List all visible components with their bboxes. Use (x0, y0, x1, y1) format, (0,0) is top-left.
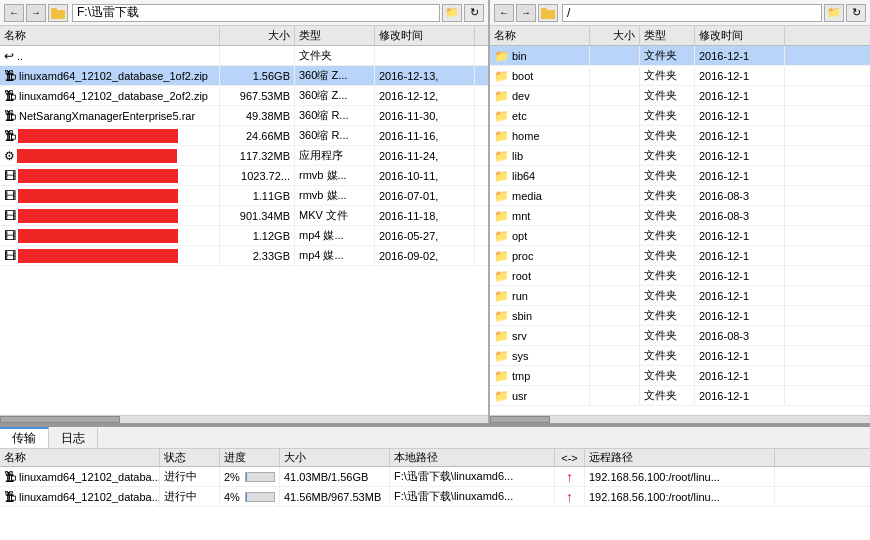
right-file-row[interactable]: lib64文件夹2016-12-1 (490, 166, 870, 186)
right-file-row[interactable]: mnt文件夹2016-08-3 (490, 206, 870, 226)
left-file-row[interactable]: 2.33GBmp4 媒...2016-09-02, (0, 246, 488, 266)
right-file-name: bin (490, 46, 590, 65)
left-file-row[interactable]: linuxamd64_12102_database_1of2.zip1.56GB… (0, 66, 488, 86)
progress-bar-fill (246, 493, 247, 501)
right-header-size[interactable]: 大小 (590, 26, 640, 45)
tab-transfer[interactable]: 传输 (0, 427, 49, 448)
left-path[interactable]: F:\迅雷下载 (72, 4, 440, 22)
t-header-size: 大小 (280, 449, 390, 466)
left-file-list[interactable]: ..文件夹linuxamd64_12102_database_1of2.zip1… (0, 46, 488, 415)
right-file-row[interactable]: root文件夹2016-12-1 (490, 266, 870, 286)
right-file-row[interactable]: srv文件夹2016-08-3 (490, 326, 870, 346)
left-file-row[interactable]: linuxamd64_12102_database_2of2.zip967.53… (0, 86, 488, 106)
left-header-type[interactable]: 类型 (295, 26, 375, 45)
right-file-name: media (490, 186, 590, 205)
left-scroll-thumb[interactable] (0, 416, 120, 423)
right-file-size (590, 86, 640, 105)
right-file-date: 2016-12-1 (695, 86, 785, 105)
right-file-name: dev (490, 86, 590, 105)
left-refresh-button[interactable]: ↻ (464, 4, 484, 22)
file-icon (494, 229, 509, 243)
right-hscrollbar[interactable] (490, 415, 870, 423)
transfer-progress: 4% (220, 487, 280, 506)
right-file-date: 2016-12-1 (695, 126, 785, 145)
right-header-name[interactable]: 名称 (490, 26, 590, 45)
right-path[interactable]: / (562, 4, 822, 22)
left-file-row[interactable]: ..文件夹 (0, 46, 488, 66)
svg-rect-1 (51, 8, 57, 11)
right-file-type: 文件夹 (640, 326, 695, 345)
right-file-row[interactable]: sys文件夹2016-12-1 (490, 346, 870, 366)
tab-log[interactable]: 日志 (49, 427, 98, 448)
t-header-arrow: <-> (555, 449, 585, 466)
right-header-date[interactable]: 修改时间 (695, 26, 785, 45)
right-back-button[interactable]: ← (494, 4, 514, 22)
file-name-text: NetSarangXmanagerEnterprise5.rar (19, 110, 195, 122)
right-file-row[interactable]: home文件夹2016-12-1 (490, 126, 870, 146)
left-header-name[interactable]: 名称 (0, 26, 220, 45)
right-file-row[interactable]: proc文件夹2016-12-1 (490, 246, 870, 266)
transfer-size: 41.56MB/967.53MB (280, 487, 390, 506)
file-icon (494, 89, 509, 103)
left-file-date: 2016-11-16, (375, 126, 475, 145)
t-header-remote: 远程路径 (585, 449, 775, 466)
right-file-row[interactable]: opt文件夹2016-12-1 (490, 226, 870, 246)
right-file-type: 文件夹 (640, 346, 695, 365)
right-file-size (590, 186, 640, 205)
right-file-row[interactable]: etc文件夹2016-12-1 (490, 106, 870, 126)
left-file-type: 文件夹 (295, 46, 375, 65)
right-scroll-thumb[interactable] (490, 416, 550, 423)
right-file-row[interactable]: boot文件夹2016-12-1 (490, 66, 870, 86)
left-header-date[interactable]: 修改时间 (375, 26, 475, 45)
right-file-type: 文件夹 (640, 226, 695, 245)
left-hscrollbar[interactable] (0, 415, 488, 423)
file-name-text: .. (17, 50, 23, 62)
right-file-row[interactable]: media文件夹2016-08-3 (490, 186, 870, 206)
left-file-date: 2016-11-24, (375, 146, 475, 165)
right-file-list[interactable]: bin文件夹2016-12-1boot文件夹2016-12-1dev文件夹201… (490, 46, 870, 415)
left-file-row[interactable]: 24.66MB360缩 R...2016-11-16, (0, 126, 488, 146)
transfer-row[interactable]: linuxamd64_12102_databa...进行中4%41.56MB/9… (0, 487, 870, 507)
right-header-type[interactable]: 类型 (640, 26, 695, 45)
right-file-size (590, 326, 640, 345)
right-file-row[interactable]: bin文件夹2016-12-1 (490, 46, 870, 66)
left-file-row[interactable]: 901.34MBMKV 文件2016-11-18, (0, 206, 488, 226)
left-file-row[interactable]: 1023.72...rmvb 媒...2016-10-11, (0, 166, 488, 186)
left-file-date: 2016-07-01, (375, 186, 475, 205)
left-file-row[interactable]: 117.32MB应用程序2016-11-24, (0, 146, 488, 166)
left-file-row[interactable]: NetSarangXmanagerEnterprise5.rar49.38MB3… (0, 106, 488, 126)
right-refresh-button[interactable]: ↻ (846, 4, 866, 22)
file-icon (494, 129, 509, 143)
right-file-row[interactable]: lib文件夹2016-12-1 (490, 146, 870, 166)
right-open-button[interactable]: 📁 (824, 4, 844, 22)
right-file-row[interactable]: usr文件夹2016-12-1 (490, 386, 870, 406)
left-back-button[interactable]: ← (4, 4, 24, 22)
right-file-size (590, 206, 640, 225)
redacted-name (18, 189, 178, 203)
left-open-button[interactable]: 📁 (442, 4, 462, 22)
transfer-row[interactable]: linuxamd64_12102_databa...进行中2%41.03MB/1… (0, 467, 870, 487)
right-file-row[interactable]: dev文件夹2016-12-1 (490, 86, 870, 106)
file-icon (4, 209, 16, 223)
right-file-name: etc (490, 106, 590, 125)
transfer-name-text: linuxamd64_12102_databa... (19, 491, 160, 503)
left-file-name: .. (0, 46, 220, 65)
left-file-row[interactable]: 1.12GBmp4 媒...2016-05-27, (0, 226, 488, 246)
right-file-row[interactable]: tmp文件夹2016-12-1 (490, 366, 870, 386)
left-forward-button[interactable]: → (26, 4, 46, 22)
right-file-type: 文件夹 (640, 146, 695, 165)
transfer-name: linuxamd64_12102_databa... (0, 467, 160, 486)
file-icon (4, 69, 16, 83)
right-file-row[interactable]: sbin文件夹2016-12-1 (490, 306, 870, 326)
right-file-name: lib64 (490, 166, 590, 185)
right-file-row[interactable]: run文件夹2016-12-1 (490, 286, 870, 306)
left-file-name (0, 166, 220, 185)
left-header-size[interactable]: 大小 (220, 26, 295, 45)
upload-arrow-icon: ↑ (566, 469, 573, 485)
main-container: ← → F:\迅雷下载 📁 ↻ 名称 大小 类型 修改时间 (0, 0, 870, 540)
file-icon (494, 349, 509, 363)
file-name-text: mnt (512, 210, 530, 222)
right-forward-button[interactable]: → (516, 4, 536, 22)
transfer-col-headers: 名称 状态 进度 大小 本地路径 <-> 远程路径 (0, 449, 870, 467)
left-file-row[interactable]: 1.11GBrmvb 媒...2016-07-01, (0, 186, 488, 206)
